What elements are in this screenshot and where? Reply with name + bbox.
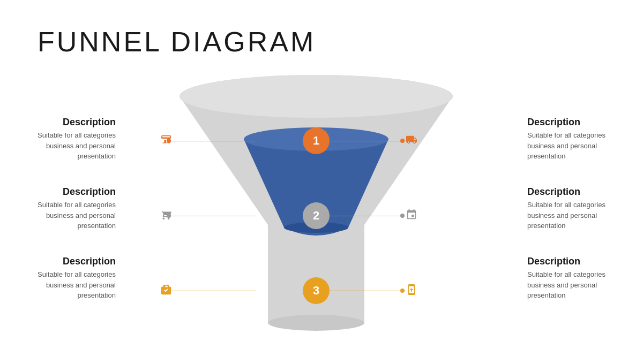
desc-right-3-line2: business and personal (527, 281, 597, 289)
desc-right-1-line2: business and personal (527, 142, 597, 150)
level-3-badge: 3 (303, 277, 330, 304)
desc-left-1-line2: business and personal (46, 142, 116, 150)
desc-right-3-line3: presentation (527, 291, 566, 299)
icon-left-1 (160, 134, 172, 148)
desc-right-1-title: Description (527, 117, 605, 128)
desc-left-1-title: Description (38, 117, 116, 128)
connector-left-3 (169, 291, 256, 291)
page-title: FUNNEL DIAGRAM (38, 26, 316, 58)
connector-left-1 (169, 141, 256, 141)
desc-left-1-line1: Suitable for all categories (38, 131, 116, 139)
desc-left-2-line3: presentation (77, 222, 116, 230)
desc-right-3-line1: Suitable for all categories (527, 270, 605, 278)
icon-right-1 (406, 134, 417, 148)
level-2-badge: 2 (303, 202, 330, 229)
connector-left-2 (169, 216, 256, 216)
icon-left-3 (160, 284, 172, 298)
desc-left-2-line1: Suitable for all categories (38, 201, 116, 209)
desc-right-2-line2: business and personal (527, 211, 597, 219)
icon-right-2 (406, 209, 417, 223)
desc-right-1-line1: Suitable for all categories (527, 131, 605, 139)
desc-left-3: Description Suitable for all categories … (38, 256, 116, 301)
desc-left-2-line2: business and personal (46, 211, 116, 219)
desc-left-2-title: Description (38, 186, 116, 198)
desc-left-3-title: Description (38, 256, 116, 267)
desc-left-1-line3: presentation (77, 152, 116, 160)
desc-left-2: Description Suitable for all categories … (38, 186, 116, 231)
desc-right-2-line3: presentation (527, 222, 566, 230)
dot-right-3 (400, 289, 405, 293)
svg-point-3 (268, 315, 364, 331)
desc-right-3: Description Suitable for all categories … (527, 256, 605, 301)
desc-right-2: Description Suitable for all categories … (527, 186, 605, 231)
desc-left-3-line1: Suitable for all categories (38, 270, 116, 278)
desc-right-2-line1: Suitable for all categories (527, 201, 605, 209)
dot-right-2 (400, 214, 405, 218)
svg-rect-2 (268, 224, 364, 323)
level-1-badge: 1 (303, 127, 330, 154)
desc-right-2-title: Description (527, 186, 605, 198)
desc-left-1: Description Suitable for all categories … (38, 117, 116, 162)
desc-left-3-line3: presentation (77, 291, 116, 299)
svg-point-4 (180, 75, 453, 118)
desc-left-3-line2: business and personal (46, 281, 116, 289)
icon-right-3 (406, 284, 417, 298)
desc-right-1: Description Suitable for all categories … (527, 117, 605, 162)
icon-left-2 (160, 209, 172, 223)
desc-right-3-title: Description (527, 256, 605, 267)
desc-right-1-line3: presentation (527, 152, 566, 160)
dot-right-1 (400, 139, 405, 143)
